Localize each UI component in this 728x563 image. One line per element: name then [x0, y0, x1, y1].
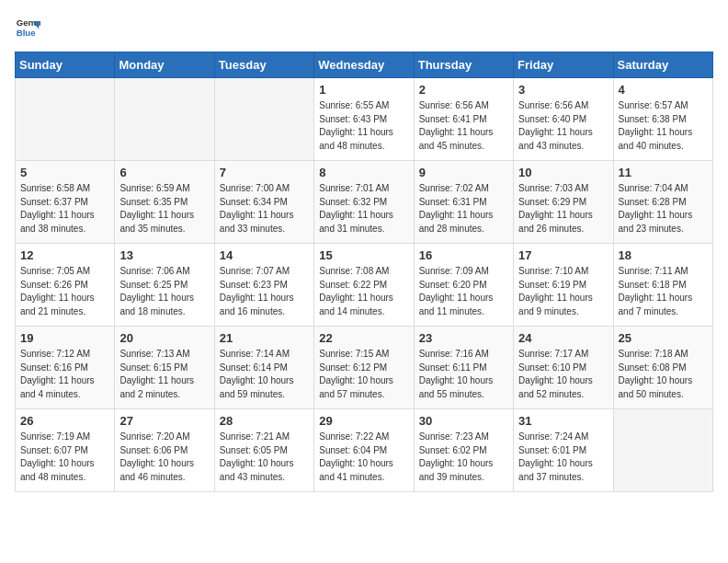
- day-info: Sunrise: 7:01 AM Sunset: 6:32 PM Dayligh…: [319, 182, 408, 236]
- calendar-cell: 7Sunrise: 7:00 AM Sunset: 6:34 PM Daylig…: [214, 161, 313, 244]
- calendar-cell: 30Sunrise: 7:23 AM Sunset: 6:02 PM Dayli…: [414, 409, 513, 492]
- day-info: Sunrise: 7:04 AM Sunset: 6:28 PM Dayligh…: [619, 182, 708, 236]
- day-info: Sunrise: 7:11 AM Sunset: 6:18 PM Dayligh…: [619, 265, 708, 318]
- day-info: Sunrise: 7:08 AM Sunset: 6:22 PM Dayligh…: [319, 265, 408, 318]
- calendar-cell: [16, 78, 115, 161]
- calendar-cell: [115, 78, 214, 161]
- day-info: Sunrise: 7:19 AM Sunset: 6:07 PM Dayligh…: [20, 431, 109, 484]
- calendar-cell: 8Sunrise: 7:01 AM Sunset: 6:32 PM Daylig…: [314, 161, 414, 244]
- calendar-cell: 16Sunrise: 7:09 AM Sunset: 6:20 PM Dayli…: [414, 244, 513, 327]
- calendar-cell: 28Sunrise: 7:21 AM Sunset: 6:05 PM Dayli…: [214, 409, 313, 492]
- calendar-cell: 22Sunrise: 7:15 AM Sunset: 6:12 PM Dayli…: [314, 327, 414, 409]
- weekday-header: Sunday: [16, 52, 115, 78]
- calendar-cell: 9Sunrise: 7:02 AM Sunset: 6:31 PM Daylig…: [414, 161, 513, 244]
- logo: General Blue: [15, 15, 40, 40]
- calendar-cell: 4Sunrise: 6:57 AM Sunset: 6:38 PM Daylig…: [613, 78, 712, 161]
- calendar-cell: 18Sunrise: 7:11 AM Sunset: 6:18 PM Dayli…: [613, 244, 712, 327]
- day-info: Sunrise: 7:13 AM Sunset: 6:15 PM Dayligh…: [119, 348, 209, 401]
- day-info: Sunrise: 6:56 AM Sunset: 6:41 PM Dayligh…: [419, 99, 508, 153]
- day-number: 27: [119, 414, 209, 428]
- day-info: Sunrise: 7:15 AM Sunset: 6:12 PM Dayligh…: [319, 348, 408, 401]
- day-number: 15: [319, 248, 408, 262]
- calendar-cell: 21Sunrise: 7:14 AM Sunset: 6:14 PM Dayli…: [214, 327, 313, 409]
- day-info: Sunrise: 7:18 AM Sunset: 6:08 PM Dayligh…: [619, 348, 708, 401]
- day-number: 7: [220, 166, 309, 179]
- calendar-cell: 27Sunrise: 7:20 AM Sunset: 6:06 PM Dayli…: [115, 409, 214, 492]
- day-info: Sunrise: 6:59 AM Sunset: 6:35 PM Dayligh…: [119, 182, 209, 236]
- day-number: 25: [619, 331, 708, 345]
- calendar-cell: 6Sunrise: 6:59 AM Sunset: 6:35 PM Daylig…: [115, 161, 214, 244]
- day-info: Sunrise: 7:02 AM Sunset: 6:31 PM Dayligh…: [419, 182, 508, 236]
- calendar-cell: 24Sunrise: 7:17 AM Sunset: 6:10 PM Dayli…: [514, 327, 613, 409]
- day-number: 31: [518, 414, 608, 428]
- calendar-cell: 14Sunrise: 7:07 AM Sunset: 6:23 PM Dayli…: [214, 244, 313, 327]
- day-number: 4: [619, 83, 708, 97]
- day-info: Sunrise: 7:06 AM Sunset: 6:25 PM Dayligh…: [119, 265, 209, 318]
- day-number: 24: [518, 331, 608, 345]
- day-number: 19: [20, 331, 109, 345]
- day-info: Sunrise: 7:23 AM Sunset: 6:02 PM Dayligh…: [419, 431, 508, 484]
- calendar-cell: 10Sunrise: 7:03 AM Sunset: 6:29 PM Dayli…: [514, 161, 613, 244]
- day-info: Sunrise: 7:24 AM Sunset: 6:01 PM Dayligh…: [518, 431, 608, 484]
- calendar-week-row: 26Sunrise: 7:19 AM Sunset: 6:07 PM Dayli…: [16, 409, 713, 492]
- day-number: 22: [319, 331, 408, 345]
- calendar-cell: 17Sunrise: 7:10 AM Sunset: 6:19 PM Dayli…: [514, 244, 613, 327]
- day-info: Sunrise: 6:57 AM Sunset: 6:38 PM Dayligh…: [619, 99, 708, 153]
- day-info: Sunrise: 6:56 AM Sunset: 6:40 PM Dayligh…: [518, 99, 608, 153]
- calendar-cell: 31Sunrise: 7:24 AM Sunset: 6:01 PM Dayli…: [514, 409, 613, 492]
- calendar-cell: 1Sunrise: 6:55 AM Sunset: 6:43 PM Daylig…: [314, 78, 414, 161]
- calendar-week-row: 5Sunrise: 6:58 AM Sunset: 6:37 PM Daylig…: [16, 161, 713, 244]
- calendar-cell: 23Sunrise: 7:16 AM Sunset: 6:11 PM Dayli…: [414, 327, 513, 409]
- day-number: 12: [20, 248, 109, 262]
- day-number: 2: [419, 83, 508, 97]
- day-number: 17: [518, 248, 608, 262]
- day-number: 8: [319, 166, 408, 179]
- weekday-header-row: SundayMondayTuesdayWednesdayThursdayFrid…: [16, 52, 713, 78]
- day-info: Sunrise: 7:16 AM Sunset: 6:11 PM Dayligh…: [419, 348, 508, 401]
- calendar-week-row: 12Sunrise: 7:05 AM Sunset: 6:26 PM Dayli…: [16, 244, 713, 327]
- calendar-cell: 3Sunrise: 6:56 AM Sunset: 6:40 PM Daylig…: [514, 78, 613, 161]
- day-info: Sunrise: 6:55 AM Sunset: 6:43 PM Dayligh…: [319, 99, 408, 153]
- day-number: 13: [119, 248, 209, 262]
- day-number: 1: [319, 83, 408, 97]
- day-info: Sunrise: 7:10 AM Sunset: 6:19 PM Dayligh…: [518, 265, 608, 318]
- calendar-cell: 20Sunrise: 7:13 AM Sunset: 6:15 PM Dayli…: [115, 327, 214, 409]
- calendar-cell: [214, 78, 313, 161]
- day-number: 18: [619, 248, 708, 262]
- calendar-week-row: 1Sunrise: 6:55 AM Sunset: 6:43 PM Daylig…: [16, 78, 713, 161]
- day-number: 10: [518, 166, 608, 179]
- day-number: 21: [220, 331, 309, 345]
- weekday-header: Tuesday: [214, 52, 313, 78]
- day-info: Sunrise: 6:58 AM Sunset: 6:37 PM Dayligh…: [20, 182, 109, 236]
- weekday-header: Wednesday: [314, 52, 414, 78]
- calendar-week-row: 19Sunrise: 7:12 AM Sunset: 6:16 PM Dayli…: [16, 327, 713, 409]
- calendar-cell: 12Sunrise: 7:05 AM Sunset: 6:26 PM Dayli…: [16, 244, 115, 327]
- day-number: 23: [419, 331, 508, 345]
- day-number: 5: [20, 166, 109, 179]
- day-number: 26: [20, 414, 109, 428]
- day-number: 11: [619, 166, 708, 179]
- day-info: Sunrise: 7:07 AM Sunset: 6:23 PM Dayligh…: [220, 265, 309, 318]
- calendar-cell: 2Sunrise: 6:56 AM Sunset: 6:41 PM Daylig…: [414, 78, 513, 161]
- day-number: 30: [419, 414, 508, 428]
- weekday-header: Friday: [514, 52, 613, 78]
- day-info: Sunrise: 7:14 AM Sunset: 6:14 PM Dayligh…: [220, 348, 309, 401]
- calendar-cell: 25Sunrise: 7:18 AM Sunset: 6:08 PM Dayli…: [613, 327, 712, 409]
- day-number: 9: [419, 166, 508, 179]
- day-number: 3: [518, 83, 608, 97]
- day-info: Sunrise: 7:05 AM Sunset: 6:26 PM Dayligh…: [20, 265, 109, 318]
- calendar-table: SundayMondayTuesdayWednesdayThursdayFrid…: [15, 52, 713, 492]
- day-info: Sunrise: 7:12 AM Sunset: 6:16 PM Dayligh…: [20, 348, 109, 401]
- day-info: Sunrise: 7:03 AM Sunset: 6:29 PM Dayligh…: [518, 182, 608, 236]
- day-info: Sunrise: 7:20 AM Sunset: 6:06 PM Dayligh…: [119, 431, 209, 484]
- calendar-cell: 13Sunrise: 7:06 AM Sunset: 6:25 PM Dayli…: [115, 244, 214, 327]
- page-header: General Blue: [15, 15, 713, 40]
- weekday-header: Thursday: [414, 52, 513, 78]
- weekday-header: Saturday: [613, 52, 712, 78]
- day-info: Sunrise: 7:00 AM Sunset: 6:34 PM Dayligh…: [220, 182, 309, 236]
- calendar-cell: 11Sunrise: 7:04 AM Sunset: 6:28 PM Dayli…: [613, 161, 712, 244]
- day-number: 14: [220, 248, 309, 262]
- day-info: Sunrise: 7:21 AM Sunset: 6:05 PM Dayligh…: [220, 431, 309, 484]
- day-number: 20: [119, 331, 209, 345]
- day-info: Sunrise: 7:09 AM Sunset: 6:20 PM Dayligh…: [419, 265, 508, 318]
